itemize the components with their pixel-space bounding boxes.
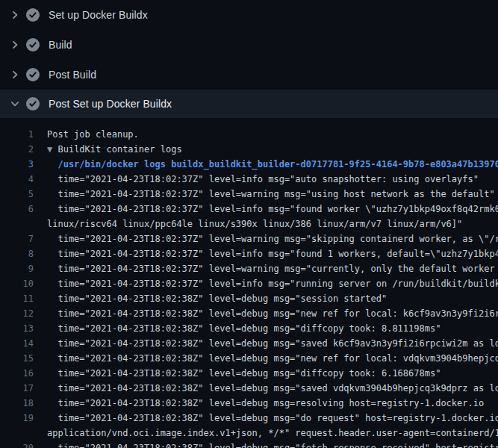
log-line: 15 time="2021-04-23T18:02:38Z" level=deb… (0, 351, 498, 366)
log-line-message: time="2021-04-23T18:02:38Z" level=debug … (47, 353, 498, 364)
chevron-right-icon (9, 98, 21, 110)
log-line-number[interactable]: 4 (0, 172, 34, 187)
log-line-text: time="2021-04-23T18:02:38Z" level=debug … (34, 441, 498, 448)
log-line-number[interactable] (0, 217, 34, 231)
log-line-text: time="2021-04-23T18:02:37Z" level=info m… (34, 246, 498, 261)
log-line-text: time="2021-04-23T18:02:38Z" level=debug … (34, 381, 498, 396)
log-line-text: time="2021-04-23T18:02:38Z" level=debug … (34, 336, 498, 351)
log-line-number[interactable]: 10 (0, 276, 34, 291)
log-line-text: time="2021-04-23T18:02:38Z" level=debug … (34, 351, 498, 366)
log-line-number[interactable]: 14 (0, 336, 34, 351)
step-header[interactable]: Build (0, 30, 498, 60)
log-line-text: time="2021-04-23T18:02:37Z" level=warnin… (34, 231, 498, 246)
step-title: Build (49, 39, 72, 51)
log-line-number[interactable]: 16 (0, 366, 34, 381)
log-line: 19 time="2021-04-23T18:02:38Z" level=deb… (0, 411, 498, 426)
step-header[interactable]: Post Set up Docker Buildx (0, 90, 498, 118)
log-line-message: time="2021-04-23T18:02:37Z" level=info m… (47, 249, 498, 259)
log-line-text: time="2021-04-23T18:02:38Z" level=debug … (34, 306, 498, 321)
log-line-number[interactable]: 2 (0, 142, 34, 157)
log-line-number[interactable]: 19 (0, 411, 34, 426)
log-line: 17 time="2021-04-23T18:02:38Z" level=deb… (0, 381, 498, 396)
log-line-text: linux/riscv64 linux/ppc64le linux/s390x … (34, 217, 462, 231)
log-line: 11 time="2021-04-23T18:02:38Z" level=deb… (0, 291, 498, 306)
log-line: 7 time="2021-04-23T18:02:37Z" level=warn… (0, 231, 498, 246)
log-line-text: time="2021-04-23T18:02:38Z" level=debug … (34, 291, 387, 306)
chevron-right-icon (9, 9, 21, 21)
log-line-number[interactable]: 20 (0, 441, 34, 448)
log-line-message: time="2021-04-23T18:02:38Z" level=debug … (47, 398, 484, 408)
log-line-message: time="2021-04-23T18:02:37Z" level=warnin… (47, 189, 495, 199)
log-line-message: time="2021-04-23T18:02:38Z" level=debug … (47, 368, 441, 379)
steps-list: Set up Docker Buildx Build (0, 0, 498, 118)
log-line-message: linux/riscv64 linux/ppc64le linux/s390x … (47, 219, 462, 229)
log-line-message: application/vnd.oci.image.index.v1+json,… (47, 428, 498, 438)
log-line-text: time="2021-04-23T18:02:37Z" level=info m… (34, 276, 498, 291)
log-line-message: time="2021-04-23T18:02:38Z" level=debug … (47, 308, 498, 319)
log-line-text: Post job cleanup. (34, 127, 139, 142)
log-line-number[interactable]: 13 (0, 321, 34, 336)
log-line-message: time="2021-04-23T18:02:37Z" level=info m… (47, 204, 498, 214)
log-line-number[interactable]: 8 (0, 246, 34, 261)
log-line-message: Post job cleanup. (47, 129, 139, 140)
log-line-message: time="2021-04-23T18:02:37Z" level=warnin… (47, 234, 498, 244)
log-line-message: time="2021-04-23T18:02:38Z" level=debug … (47, 443, 498, 448)
check-circle-icon (25, 7, 40, 22)
log-line: 12 time="2021-04-23T18:02:38Z" level=deb… (0, 306, 498, 321)
log-line: 20 time="2021-04-23T18:02:38Z" level=deb… (0, 441, 498, 448)
log-line-text: time="2021-04-23T18:02:37Z" level=warnin… (34, 261, 498, 276)
chevron-right-icon (9, 39, 21, 51)
log-line-text: time="2021-04-23T18:02:38Z" level=debug … (34, 411, 498, 426)
log-line-message: time="2021-04-23T18:02:38Z" level=debug … (47, 323, 441, 334)
log-line-number[interactable] (0, 426, 34, 441)
log-line-message: time="2021-04-23T18:02:37Z" level=info m… (47, 279, 498, 289)
chevron-right-icon (9, 69, 21, 81)
log-line: 9 time="2021-04-23T18:02:37Z" level=warn… (0, 261, 498, 276)
log-line: 10 time="2021-04-23T18:02:37Z" level=inf… (0, 276, 498, 291)
log-viewer: 1 Post job cleanup. 2 ▼ BuildKit contain… (0, 118, 498, 448)
log-line: application/vnd.oci.image.index.v1+json,… (0, 426, 498, 441)
log-line-number[interactable]: 11 (0, 291, 34, 306)
log-line: linux/riscv64 linux/ppc64le linux/s390x … (0, 217, 498, 231)
step-title: Post Build (49, 69, 96, 81)
log-line-text: ▼ BuildKit container logs (34, 142, 182, 157)
step-title: Post Set up Docker Buildx (49, 98, 172, 110)
log-line: 3 /usr/bin/docker logs buildx_buildkit_b… (0, 157, 498, 172)
log-line-text: time="2021-04-23T18:02:37Z" level=warnin… (34, 187, 495, 202)
log-line-text: time="2021-04-23T18:02:38Z" level=debug … (34, 396, 484, 411)
log-line-number[interactable]: 12 (0, 306, 34, 321)
log-line-number[interactable]: 1 (0, 127, 34, 142)
step-header[interactable]: Post Build (0, 60, 498, 90)
log-line-number[interactable]: 17 (0, 381, 34, 396)
log-line-number[interactable]: 7 (0, 231, 34, 246)
log-line-message: time="2021-04-23T18:02:38Z" level=debug … (47, 293, 387, 304)
log-line: 14 time="2021-04-23T18:02:38Z" level=deb… (0, 336, 498, 351)
log-line-message: time="2021-04-23T18:02:38Z" level=debug … (47, 413, 498, 423)
log-line-message: time="2021-04-23T18:02:38Z" level=debug … (47, 338, 498, 349)
log-line-text: application/vnd.oci.image.index.v1+json,… (34, 426, 498, 441)
check-circle-icon (25, 96, 40, 111)
log-line-number[interactable]: 3 (0, 157, 34, 172)
log-line: 6 time="2021-04-23T18:02:37Z" level=info… (0, 202, 498, 217)
log-line: 18 time="2021-04-23T18:02:38Z" level=deb… (0, 396, 498, 411)
log-line-message: time="2021-04-23T18:02:37Z" level=info m… (47, 174, 479, 184)
log-line-number[interactable]: 6 (0, 202, 34, 217)
check-circle-icon (25, 67, 40, 82)
log-line-message: time="2021-04-23T18:02:37Z" level=warnin… (47, 264, 498, 274)
step-header[interactable]: Set up Docker Buildx (0, 0, 498, 30)
log-line-text: time="2021-04-23T18:02:38Z" level=debug … (34, 321, 441, 336)
log-line: 1 Post job cleanup. (0, 127, 498, 142)
log-line-number[interactable]: 15 (0, 351, 34, 366)
log-line-message: BuildKit container logs (57, 144, 181, 155)
log-line-number[interactable]: 18 (0, 396, 34, 411)
log-line: 13 time="2021-04-23T18:02:38Z" level=deb… (0, 321, 498, 336)
log-line-number[interactable]: 5 (0, 187, 34, 202)
log-line: 2 ▼ BuildKit container logs (0, 142, 498, 157)
log-line-message: time="2021-04-23T18:02:38Z" level=debug … (47, 383, 498, 393)
log-line-text: time="2021-04-23T18:02:37Z" level=info m… (34, 202, 498, 217)
log-line-text: time="2021-04-23T18:02:38Z" level=debug … (34, 366, 441, 381)
log-group-toggle-icon[interactable]: ▼ (47, 144, 57, 155)
log-line: 5 time="2021-04-23T18:02:37Z" level=warn… (0, 187, 498, 202)
log-line: 8 time="2021-04-23T18:02:37Z" level=info… (0, 246, 498, 261)
log-line-number[interactable]: 9 (0, 261, 34, 276)
